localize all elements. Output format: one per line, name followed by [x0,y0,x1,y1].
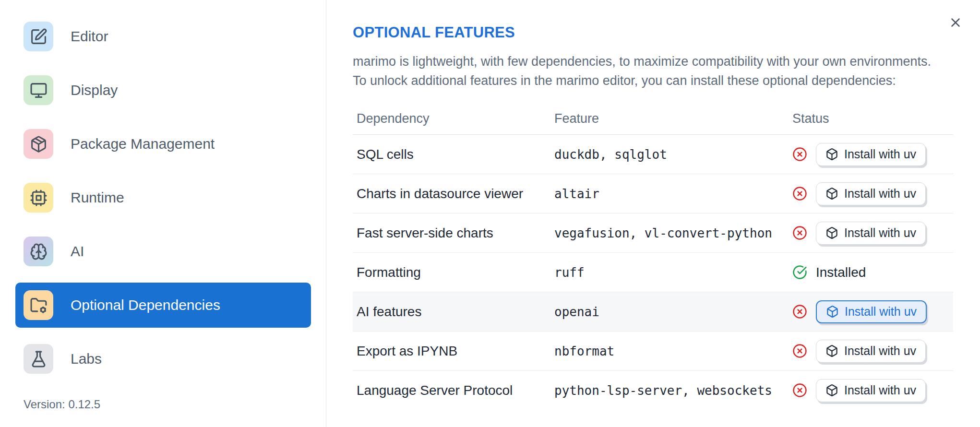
table-row: FormattingruffInstalled [353,253,953,292]
not-installed-icon [792,225,807,240]
close-button[interactable] [947,14,964,31]
box-icon [826,305,839,318]
install-button-label: Install with uv [844,344,916,358]
dependency-cell: Fast server-side charts [353,225,550,241]
install-button-label: Install with uv [844,226,916,240]
sidebar-item-labs[interactable]: Labs [15,336,311,381]
status-cell: Install with uv [789,300,953,323]
install-with-uv-button[interactable]: Install with uv [816,379,926,402]
install-button-label: Install with uv [845,305,917,319]
feature-cell: altair [550,187,789,201]
description-line-1: marimo is lightweight, with few dependen… [353,52,980,71]
sidebar-item-label: Display [71,82,118,98]
dependencies-table: Dependency Feature Status SQL cellsduckd… [353,103,953,410]
brain-icon [24,237,53,266]
dependency-cell: Export as IPYNB [353,344,550,359]
dependency-cell: SQL cells [353,147,550,162]
box-icon [825,226,838,239]
sidebar-item-runtime[interactable]: Runtime [15,175,311,220]
feature-cell: vegafusion, vl-convert-python [550,226,789,240]
installed-check-icon [792,265,807,280]
dependency-cell: Charts in datasource viewer [353,186,550,202]
install-with-uv-button[interactable]: Install with uv [816,143,926,166]
sidebar-item-label: Labs [71,351,102,367]
sidebar-item-list: EditorDisplayPackage ManagementRuntimeAI… [0,14,326,381]
status-cell: Installed [789,265,953,280]
optional-features-panel: OPTIONAL FEATURES marimo is lightweight,… [327,0,980,427]
install-with-uv-button[interactable]: Install with uv [816,340,926,363]
dependency-cell: AI features [353,304,550,320]
feature-cell: duckdb, sqlglot [550,147,789,162]
table-row: Export as IPYNBnbformatInstall with uv [353,332,953,371]
box-icon [825,187,838,200]
package-icon [24,129,53,159]
feature-cell: ruff [550,265,789,280]
not-installed-icon [792,186,807,201]
monitor-icon [24,75,53,105]
flask-icon [24,344,53,374]
not-installed-icon [792,383,807,398]
column-header-status: Status [789,111,953,126]
table-row: Fast server-side chartsvegafusion, vl-co… [353,214,953,253]
sidebar-item-editor[interactable]: Editor [15,14,311,59]
not-installed-icon [792,344,807,358]
sidebar-item-label: Editor [71,28,108,45]
version-label: Version: 0.12.5 [24,398,100,411]
column-header-dependency: Dependency [353,111,550,126]
table-header-row: Dependency Feature Status [353,103,953,135]
table-row: Language Server Protocolpython-lsp-serve… [353,371,953,410]
sidebar-item-package-management[interactable]: Package Management [15,121,311,166]
table-row: Charts in datasource vieweraltairInstall… [353,174,953,214]
sidebar-item-ai[interactable]: AI [15,229,311,274]
sidebar-item-label: Optional Dependencies [71,297,220,313]
not-installed-icon [792,147,807,162]
x-icon [948,15,963,30]
settings-dialog: EditorDisplayPackage ManagementRuntimeAI… [0,0,980,427]
sidebar-item-label: Runtime [71,190,124,206]
install-button-label: Install with uv [844,147,916,161]
status-cell: Install with uv [789,340,953,363]
sidebar-item-label: Package Management [71,136,215,152]
install-with-uv-button[interactable]: Install with uv [816,300,927,323]
install-button-label: Install with uv [844,187,916,201]
dependency-cell: Language Server Protocol [353,383,550,398]
status-cell: Install with uv [789,143,953,166]
not-installed-icon [792,304,807,319]
table-row: AI featuresopenaiInstall with uv [353,292,953,332]
description-line-2: To unlock additional features in the mar… [353,71,980,90]
settings-sidebar: EditorDisplayPackage ManagementRuntimeAI… [0,0,326,427]
sidebar-item-optional-dependencies[interactable]: Optional Dependencies [15,283,311,328]
page-title: OPTIONAL FEATURES [353,24,980,41]
install-with-uv-button[interactable]: Install with uv [816,182,926,205]
status-cell: Install with uv [789,182,953,205]
table-body: SQL cellsduckdb, sqlglotInstall with uvC… [353,135,953,410]
box-icon [825,148,838,161]
status-cell: Install with uv [789,222,953,245]
column-header-feature: Feature [550,111,789,126]
install-button-label: Install with uv [844,383,916,397]
status-cell: Install with uv [789,379,953,402]
dependency-cell: Formatting [353,265,550,280]
feature-cell: python-lsp-server, websockets [550,383,789,398]
square-pen-icon [24,22,53,51]
description: marimo is lightweight, with few dependen… [353,52,980,90]
table-row: SQL cellsduckdb, sqlglotInstall with uv [353,135,953,174]
cpu-icon [24,183,53,213]
sidebar-item-display[interactable]: Display [15,68,311,113]
feature-cell: openai [550,305,789,319]
sidebar-item-label: AI [71,243,84,260]
box-icon [825,384,838,397]
box-icon [825,344,838,357]
folder-cog-icon [24,290,53,320]
feature-cell: nbformat [550,344,789,358]
installed-status-label: Installed [816,265,866,280]
install-with-uv-button[interactable]: Install with uv [816,222,926,245]
